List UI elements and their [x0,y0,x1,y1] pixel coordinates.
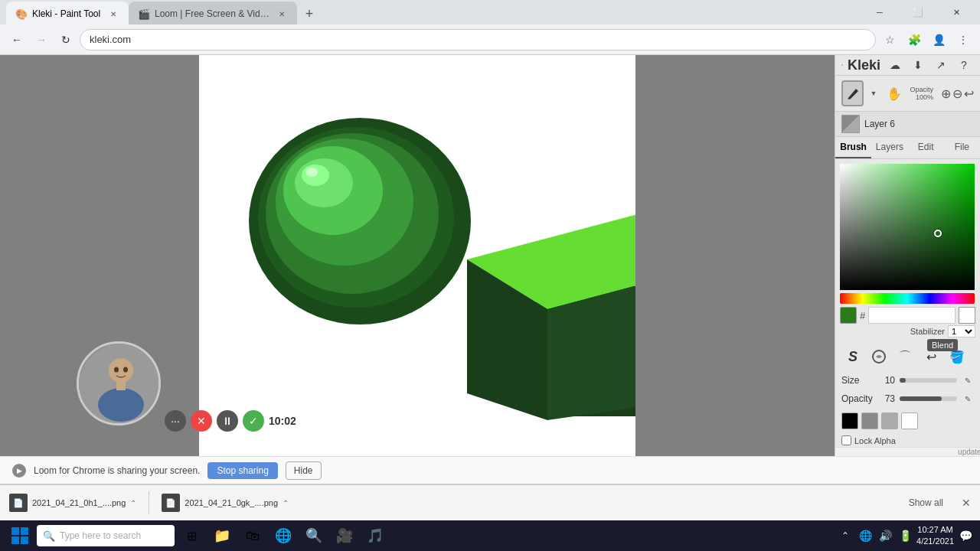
swatch-black[interactable] [841,412,858,429]
share-icon[interactable]: ↗ [931,55,951,75]
refresh-button[interactable]: ↻ [55,29,77,51]
more-options-button[interactable]: ··· [165,410,186,432]
tab-close-loom[interactable]: ✕ [276,8,288,20]
svg-point-15 [98,388,144,422]
layer-thumbnail [841,115,860,133]
drawing-canvas[interactable] [199,55,635,456]
color-swatch-current[interactable] [840,307,857,324]
size-slider[interactable] [900,378,957,383]
lock-alpha-row: Lock Alpha [835,434,980,447]
download-icon[interactable]: ⬇ [908,55,928,75]
stop-sharing-button[interactable]: Stop sharing [207,462,277,479]
pan-tool-button[interactable]: ✋ [884,80,906,106]
new-tab-button[interactable]: + [297,2,322,26]
download-bar-close[interactable]: ✕ [962,497,971,509]
blend-tooltip: Blend [927,339,958,351]
search-placeholder: Type here to search [60,530,141,541]
stabilizer-select[interactable]: 12345 [948,325,975,337]
undo-canvas-button[interactable]: ↩ [964,86,974,101]
size-edit-button[interactable]: ✎ [962,374,974,386]
help-icon[interactable]: ? [954,55,974,75]
maximize-button[interactable]: ⬜ [900,0,936,24]
back-button[interactable]: ← [6,29,28,51]
start-button[interactable] [6,522,34,549]
size-slider-fill [900,378,906,383]
taskbar-music[interactable]: 🎵 [361,522,389,549]
recording-time: 10:02 [269,415,296,427]
zoom-out-button[interactable]: ⊖ [952,86,962,101]
forward-button[interactable]: → [31,29,52,51]
close-button[interactable]: ✕ [939,0,974,24]
svg-rect-27 [11,536,19,544]
brush-dropdown-arrow[interactable]: ▼ [868,87,879,99]
tray-battery-icon[interactable]: 🔋 [897,527,913,544]
opacity-edit-button[interactable]: ✎ [962,393,974,405]
cloud-icon[interactable]: ☁ [885,55,905,75]
pause-recording-button[interactable]: ⏸ [217,410,238,432]
size-slider-row: Size 10 ✎ [835,371,980,390]
menu-icon[interactable]: ⋮ [952,29,974,51]
taskbar-store[interactable]: 🛍 [239,522,266,549]
tray-up-arrow[interactable]: ⌃ [837,527,854,544]
kleki-panel: Kleki ☁ ⬇ ↗ ? ▼ ✋ Opacity 100% [835,55,980,456]
taskbar-chrome[interactable]: 🌐 [270,522,297,549]
blend-tool-button[interactable] [867,345,890,368]
tray-network-icon[interactable]: 🌐 [857,527,874,544]
layer-name: Layer 6 [864,119,895,129]
taskbar-time[interactable]: 10:27 AM 4/21/2021 [916,524,954,548]
notification-button[interactable]: 💬 [957,527,974,544]
swatch-light-gray[interactable] [881,412,898,429]
tab-title-kleki: Kleki - Paint Tool [32,8,103,19]
browser-window: 🎨 Kleki - Paint Tool ✕ 🎬 Loom | Free Scr… [0,0,980,551]
opacity-slider-value: 73 [877,393,895,404]
tab-brush[interactable]: Brush [835,137,871,158]
taskbar-search[interactable]: 🔍 Type here to search [37,525,175,546]
tab-close-kleki[interactable]: ✕ [107,8,119,20]
stabilizer-label: Stabilizer [910,327,945,336]
confirm-recording-button[interactable]: ✓ [243,410,264,432]
updated-label: updated [958,448,980,456]
swatch-gray[interactable] [861,412,878,429]
smudge-tool-button[interactable]: S [841,345,864,368]
curve-tool-button[interactable]: ⌒ [893,345,916,368]
brush-tool-button[interactable] [841,80,864,106]
bookmark-icon[interactable]: ☆ [879,29,900,51]
tab-edit[interactable]: Edit [908,137,944,158]
color-hex-input[interactable] [868,307,956,324]
download-item-0[interactable]: 📄 2021_04_21_0h1_....png ⌃ [9,494,136,512]
address-bar[interactable]: kleki.com [80,29,876,51]
taskbar-loom[interactable]: 🎥 [331,522,358,549]
show-all-button[interactable]: Show all [909,497,943,508]
zoom-in-button[interactable]: ⊕ [941,86,951,101]
minimize-button[interactable]: ─ [862,0,897,24]
profile-icon[interactable]: 👤 [928,29,949,51]
tab-file[interactable]: File [944,137,980,158]
taskbar-taskview[interactable]: ⊞ [178,522,205,549]
download-item-1[interactable]: 📄 2021_04_21_0gk_....png ⌃ [162,494,289,512]
size-value: 10 [877,375,895,386]
tab-kleki[interactable]: 🎨 Kleki - Paint Tool ✕ [6,2,129,26]
canvas-area: ··· ✕ ⏸ ✓ 10:02 [0,55,835,456]
download-chevron-1[interactable]: ⌃ [283,499,289,507]
tab-title-loom: Loom | Free Screen & Video Rec... [155,8,271,19]
download-chevron-0[interactable]: ⌃ [130,499,136,507]
color-gradient[interactable] [840,164,975,290]
taskbar-search-app[interactable]: 🔍 [300,522,328,549]
color-white-swatch[interactable] [959,307,975,324]
swatch-white[interactable] [901,412,918,429]
lock-alpha-checkbox[interactable] [841,435,851,445]
opacity-slider[interactable] [900,396,957,401]
extensions-icon[interactable]: 🧩 [903,29,925,51]
lock-alpha-label: Lock Alpha [854,436,896,445]
tab-layers[interactable]: Layers [871,137,907,158]
layer-row: Layer 6 [835,111,980,137]
hide-button[interactable]: Hide [286,461,322,480]
tab-loom[interactable]: 🎬 Loom | Free Screen & Video Rec... ✕ [129,2,297,26]
tray-volume-icon[interactable]: 🔊 [877,527,893,544]
taskbar-explorer[interactable]: 📁 [208,522,236,549]
stop-recording-button[interactable]: ✕ [191,410,212,432]
opacity-label: Opacity [910,86,934,93]
hue-bar[interactable] [840,293,975,304]
panel-tabs: Brush Layers Edit File [835,137,980,159]
window-controls: ─ ⬜ ✕ [862,0,974,24]
